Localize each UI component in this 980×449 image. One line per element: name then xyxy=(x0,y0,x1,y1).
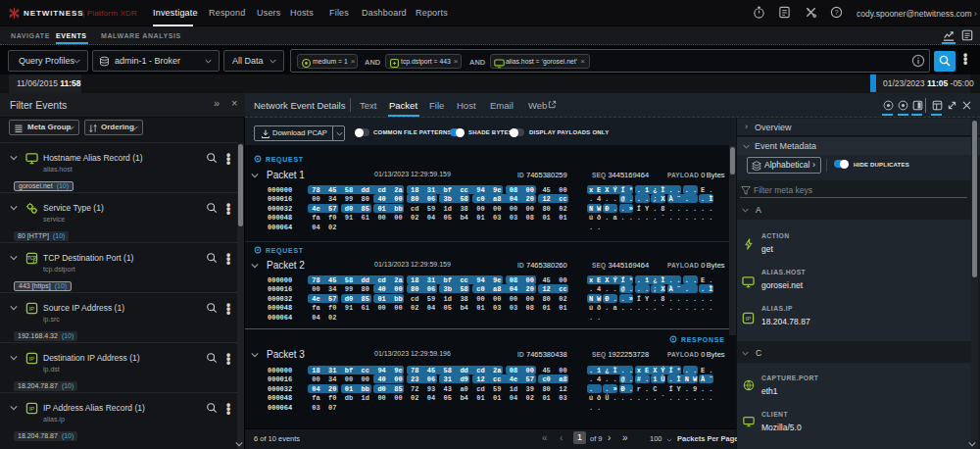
svg-text:IP: IP xyxy=(29,306,35,312)
svg-text:IP: IP xyxy=(29,356,35,362)
svg-text:?: ? xyxy=(834,8,838,17)
svg-text:IP: IP xyxy=(746,316,752,322)
svg-text:IP: IP xyxy=(29,406,35,412)
